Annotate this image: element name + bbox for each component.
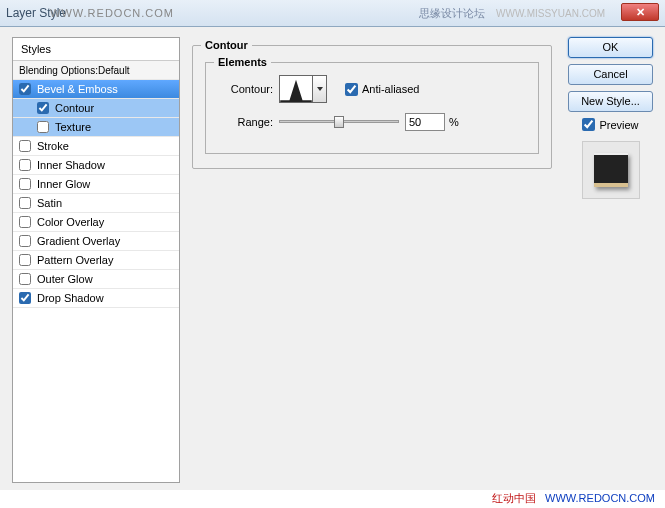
styles-row-texture[interactable]: Texture (13, 118, 179, 137)
preview-swatch (582, 141, 640, 199)
styles-checkbox[interactable] (19, 197, 31, 209)
range-unit: % (449, 116, 459, 128)
preview-checkbox[interactable] (582, 118, 595, 131)
close-button[interactable]: ✕ (621, 3, 659, 21)
contour-row: Contour: Anti-aliased (218, 75, 526, 103)
styles-row-inner-glow[interactable]: Inner Glow (13, 175, 179, 194)
styles-checkbox[interactable] (19, 235, 31, 247)
styles-label: Bevel & Emboss (37, 83, 118, 95)
contour-group: Contour Elements Contour: Anti-aliased R… (192, 45, 552, 169)
titlebar-url-right: WWW.MISSYUAN.COM (496, 8, 605, 19)
center-panel: Contour Elements Contour: Anti-aliased R… (192, 37, 552, 483)
styles-checkbox[interactable] (19, 159, 31, 171)
styles-checkbox[interactable] (19, 292, 31, 304)
styles-label: Drop Shadow (37, 292, 104, 304)
antialiased-checkbox[interactable] (345, 83, 358, 96)
styles-row-outer-glow[interactable]: Outer Glow (13, 270, 179, 289)
slider-thumb-icon[interactable] (334, 116, 344, 128)
styles-row-gradient-overlay[interactable]: Gradient Overlay (13, 232, 179, 251)
styles-checkbox[interactable] (19, 178, 31, 190)
styles-checkbox[interactable] (37, 102, 49, 114)
styles-checkbox[interactable] (19, 254, 31, 266)
styles-label: Inner Glow (37, 178, 90, 190)
styles-checkbox[interactable] (19, 83, 31, 95)
contour-dropdown-icon[interactable] (313, 75, 327, 103)
styles-panel: Styles Blending Options:Default Bevel & … (12, 37, 180, 483)
range-label: Range: (218, 116, 273, 128)
preview-icon (594, 153, 628, 187)
elements-group: Elements Contour: Anti-aliased Range: (205, 62, 539, 154)
styles-row-stroke[interactable]: Stroke (13, 137, 179, 156)
styles-header[interactable]: Styles (13, 38, 179, 61)
new-style-button[interactable]: New Style... (568, 91, 653, 112)
antialiased-label: Anti-aliased (362, 83, 419, 95)
titlebar-text-right: 思缘设计论坛 (419, 6, 485, 21)
contour-label: Contour: (218, 83, 273, 95)
styles-row-contour[interactable]: Contour (13, 99, 179, 118)
styles-label: Texture (55, 121, 91, 133)
footer-watermark: 红动中国 WWW.REDOCN.COM (492, 491, 655, 506)
right-panel: OK Cancel New Style... Preview (568, 37, 653, 199)
styles-label: Stroke (37, 140, 69, 152)
styles-label: Color Overlay (37, 216, 104, 228)
contour-picker[interactable] (279, 75, 313, 103)
range-input[interactable] (405, 113, 445, 131)
styles-checkbox[interactable] (19, 273, 31, 285)
styles-checkbox[interactable] (19, 140, 31, 152)
styles-row-pattern-overlay[interactable]: Pattern Overlay (13, 251, 179, 270)
watermark-top: WWW.REDOCN.COM (50, 7, 174, 19)
styles-label: Pattern Overlay (37, 254, 113, 266)
styles-row-inner-shadow[interactable]: Inner Shadow (13, 156, 179, 175)
cancel-button[interactable]: Cancel (568, 64, 653, 85)
styles-checkbox[interactable] (19, 216, 31, 228)
styles-label: Outer Glow (37, 273, 93, 285)
styles-label: Satin (37, 197, 62, 209)
styles-row-bevel-emboss[interactable]: Bevel & Emboss (13, 80, 179, 99)
group-title: Contour (201, 39, 252, 51)
styles-row-color-overlay[interactable]: Color Overlay (13, 213, 179, 232)
close-icon: ✕ (636, 6, 645, 19)
elements-title: Elements (214, 56, 271, 68)
titlebar: Layer Style WWW.REDOCN.COM 思缘设计论坛 WWW.MI… (0, 0, 665, 27)
preview-label: Preview (599, 119, 638, 131)
blending-options-row[interactable]: Blending Options:Default (13, 61, 179, 80)
styles-label: Gradient Overlay (37, 235, 120, 247)
styles-checkbox[interactable] (37, 121, 49, 133)
styles-row-drop-shadow[interactable]: Drop Shadow (13, 289, 179, 308)
styles-row-satin[interactable]: Satin (13, 194, 179, 213)
styles-label: Inner Shadow (37, 159, 105, 171)
preview-row: Preview (568, 118, 653, 131)
range-row: Range: % (218, 113, 526, 131)
ok-button[interactable]: OK (568, 37, 653, 58)
dialog-body: Styles Blending Options:Default Bevel & … (0, 27, 665, 490)
styles-label: Contour (55, 102, 94, 114)
range-slider[interactable] (279, 115, 399, 129)
